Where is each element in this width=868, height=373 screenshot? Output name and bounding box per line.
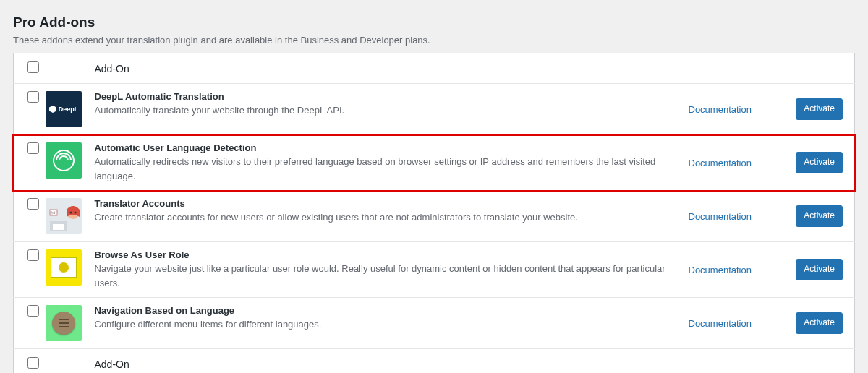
footer-label: Add-On	[95, 359, 129, 370]
svg-point-6	[74, 212, 76, 214]
addon-title: DeepL Automatic Translation	[95, 91, 681, 102]
deepl-icon: DeepL	[46, 91, 82, 127]
addon-checkbox[interactable]	[27, 142, 39, 154]
select-all-checkbox-bottom[interactable]	[27, 357, 39, 369]
addon-row: 你好Translator AccountsCreate translator a…	[14, 191, 855, 242]
section-title: Pro Add-ons	[13, 14, 855, 30]
addon-checkbox[interactable]	[27, 305, 39, 317]
svg-rect-3	[53, 224, 64, 230]
documentation-link[interactable]: Documentation	[689, 318, 752, 329]
addon-title: Browse As User Role	[95, 249, 681, 260]
svg-text:你好: 你好	[49, 210, 57, 215]
documentation-link[interactable]: Documentation	[689, 158, 752, 168]
svg-point-5	[69, 212, 72, 214]
addon-description: Automatically translate your website thr…	[95, 103, 681, 118]
select-all-checkbox-top[interactable]	[27, 61, 39, 73]
addon-row: Automatic User Language DetectionAutomat…	[14, 135, 855, 191]
addon-checkbox[interactable]	[27, 249, 39, 261]
addon-title: Translator Accounts	[95, 198, 681, 209]
activate-button[interactable]: Activate	[796, 152, 843, 173]
header-label: Add-On	[95, 63, 129, 74]
addon-description: Create translator accounts for new users…	[95, 210, 681, 225]
addon-checkbox[interactable]	[27, 198, 39, 210]
table-footer-row: Add-On	[14, 349, 855, 374]
activate-button[interactable]: Activate	[796, 98, 843, 119]
section-subtitle: These addons extend your translation plu…	[13, 35, 855, 46]
documentation-link[interactable]: Documentation	[689, 211, 752, 222]
addon-description: Automatically redirects new visitors to …	[95, 155, 681, 183]
addon-title: Navigation Based on Language	[95, 305, 681, 316]
addon-checkbox[interactable]	[27, 91, 39, 103]
addon-title: Automatic User Language Detection	[95, 142, 681, 153]
menu-icon	[46, 305, 82, 341]
documentation-link[interactable]: Documentation	[689, 265, 752, 275]
radar-icon	[46, 142, 82, 179]
activate-button[interactable]: Activate	[796, 259, 843, 280]
addon-row: Navigation Based on LanguageConfigure di…	[14, 298, 855, 349]
documentation-link[interactable]: Documentation	[689, 104, 752, 115]
addon-row: DeepLDeepL Automatic TranslationAutomati…	[14, 84, 855, 135]
avatar-icon: 你好	[46, 198, 82, 234]
addon-description: Configure different menu items for diffe…	[95, 317, 681, 332]
table-header-row: Add-On	[14, 53, 855, 84]
browse-icon	[46, 249, 82, 286]
activate-button[interactable]: Activate	[796, 312, 843, 333]
addon-description: Navigate your website just like a partic…	[95, 262, 681, 290]
svg-marker-0	[49, 106, 56, 113]
addon-row: Browse As User RoleNavigate your website…	[14, 242, 855, 298]
activate-button[interactable]: Activate	[796, 205, 843, 226]
addons-table: Add-On DeepLDeepL Automatic TranslationA…	[13, 53, 855, 373]
